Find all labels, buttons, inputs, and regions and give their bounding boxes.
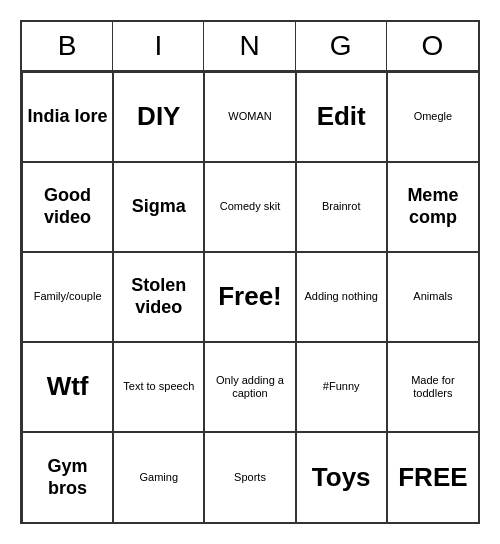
bingo-cell: Edit: [296, 72, 387, 162]
cell-label: India lore: [28, 106, 108, 128]
header-letter: I: [113, 22, 204, 70]
cell-label: Free!: [218, 281, 282, 312]
bingo-cell: Toys: [296, 432, 387, 522]
cell-label: Sports: [234, 471, 266, 484]
cell-label: DIY: [137, 101, 180, 132]
bingo-cell: Sigma: [113, 162, 204, 252]
cell-label: Comedy skit: [220, 200, 281, 213]
cell-label: Good video: [27, 185, 108, 228]
bingo-cell: Good video: [22, 162, 113, 252]
bingo-cell: Only adding a caption: [204, 342, 295, 432]
header-letter: N: [204, 22, 295, 70]
bingo-cell: DIY: [113, 72, 204, 162]
bingo-grid: India loreDIYWOMANEditOmegleGood videoSi…: [22, 72, 478, 522]
bingo-cell: Text to speech: [113, 342, 204, 432]
cell-label: Text to speech: [123, 380, 194, 393]
bingo-cell: #Funny: [296, 342, 387, 432]
bingo-cell: FREE: [387, 432, 478, 522]
cell-label: Adding nothing: [304, 290, 377, 303]
header-letter: O: [387, 22, 478, 70]
cell-label: Omegle: [414, 110, 453, 123]
bingo-card: BINGO India loreDIYWOMANEditOmegleGood v…: [20, 20, 480, 524]
cell-label: Meme comp: [392, 185, 474, 228]
cell-label: Family/couple: [34, 290, 102, 303]
cell-label: Sigma: [132, 196, 186, 218]
bingo-cell: Animals: [387, 252, 478, 342]
bingo-cell: Gaming: [113, 432, 204, 522]
bingo-cell: Comedy skit: [204, 162, 295, 252]
bingo-cell: India lore: [22, 72, 113, 162]
bingo-cell: Gym bros: [22, 432, 113, 522]
cell-label: FREE: [398, 462, 467, 493]
cell-label: Animals: [413, 290, 452, 303]
cell-label: Made for toddlers: [392, 374, 474, 400]
bingo-cell: Omegle: [387, 72, 478, 162]
header-letter: B: [22, 22, 113, 70]
cell-label: Gym bros: [27, 456, 108, 499]
cell-label: Brainrot: [322, 200, 361, 213]
bingo-cell: Sports: [204, 432, 295, 522]
cell-label: #Funny: [323, 380, 360, 393]
bingo-cell: Adding nothing: [296, 252, 387, 342]
cell-label: Only adding a caption: [209, 374, 290, 400]
cell-label: WOMAN: [228, 110, 271, 123]
bingo-cell: WOMAN: [204, 72, 295, 162]
header-letter: G: [296, 22, 387, 70]
bingo-cell: Made for toddlers: [387, 342, 478, 432]
bingo-header: BINGO: [22, 22, 478, 72]
bingo-cell: Family/couple: [22, 252, 113, 342]
cell-label: Toys: [312, 462, 371, 493]
cell-label: Edit: [317, 101, 366, 132]
bingo-cell: Wtf: [22, 342, 113, 432]
bingo-cell: Brainrot: [296, 162, 387, 252]
cell-label: Stolen video: [118, 275, 199, 318]
bingo-cell: Free!: [204, 252, 295, 342]
bingo-cell: Stolen video: [113, 252, 204, 342]
cell-label: Wtf: [47, 371, 89, 402]
bingo-cell: Meme comp: [387, 162, 478, 252]
cell-label: Gaming: [140, 471, 179, 484]
